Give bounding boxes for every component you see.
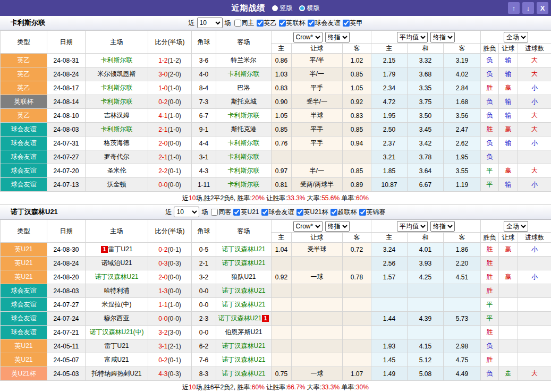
subcol-avg-home: 主	[371, 44, 408, 54]
odds-away-cell	[343, 284, 371, 298]
league-filter-checkbox-item[interactable]: 英U21	[233, 208, 259, 217]
league-filter-checkbox-item[interactable]: 球会友谊	[261, 208, 294, 217]
col-header-away: 客场	[216, 220, 272, 243]
team-section: 卡利斯尔联 近 10 场 同主 英乙英联杯球会友谊英甲	[0, 16, 551, 205]
recent-results-window: 近期战绩 竖版 横版 ↑ ↓ X 卡利斯尔联 近 10 场	[0, 0, 551, 392]
odds-away-cell	[343, 312, 371, 326]
goals-result-cell: 小	[518, 81, 551, 95]
same-venue-checkbox[interactable]	[211, 209, 218, 216]
fulltime-score: 0-0	[158, 181, 167, 189]
result-cell: 负	[481, 137, 499, 150]
odds-time-select[interactable]: 终指	[325, 221, 350, 232]
team-label: 富咸U21	[104, 356, 129, 363]
same-venue-checkbox-item[interactable]: 同客	[211, 208, 231, 217]
avg-time-select[interactable]: 终指	[430, 32, 455, 42]
score-cell: 2-1(1-0)	[148, 123, 192, 137]
league-checkbox[interactable]	[261, 209, 268, 216]
subcol-odds-home: 主	[272, 233, 292, 243]
league-checkbox[interactable]	[359, 209, 366, 216]
match-row: 球会友谊24-07-21诺丁汉森林U21(中)3-2(3-0)0-0伯恩茅斯U2…	[1, 326, 551, 339]
avg-home-cell: 1.79	[371, 67, 408, 81]
score-cell: 4-3(0-3)	[148, 367, 192, 381]
score-cell: 1-1(1-0)	[148, 298, 192, 312]
league-checkbox[interactable]	[257, 20, 264, 27]
match-row: 球会友谊24-07-31格茨海德2-0(0-0)4-4卡利斯尔联0.76平手0.…	[1, 137, 551, 150]
match-count-select[interactable]: 10	[174, 207, 199, 217]
avg-away-cell: 4.51	[444, 270, 481, 284]
corner-cell: 7-6	[192, 353, 216, 367]
avg-time-select[interactable]: 终指	[430, 221, 455, 232]
league-checkbox[interactable]	[330, 209, 337, 216]
league-filter-checkbox-item[interactable]: 英U21杯	[296, 208, 328, 217]
avg-home-cell: 10.87	[371, 178, 408, 192]
league-type-cell: 英乙	[1, 81, 47, 95]
match-row: 球会友谊24-08-03卡利斯尔联2-1(1-0)9-1斯托克港0.85平手0.…	[1, 123, 551, 137]
league-checkbox[interactable]	[233, 209, 240, 216]
odds-home-cell: 1.04	[272, 243, 292, 257]
team-name: 卡利斯尔联	[11, 18, 45, 28]
subcol-handicap-result: 让球	[499, 44, 518, 54]
odds-source-select[interactable]: Crow*	[293, 221, 323, 232]
odds-home-cell: 0.81	[272, 178, 292, 192]
handicap-cell: 受半/一	[292, 95, 343, 109]
result-scope-select[interactable]: 全场	[504, 221, 528, 232]
avg-home-cell: 2.15	[371, 54, 408, 67]
odds-home-cell: 0.83	[272, 81, 292, 95]
halftime-score: (1-0)	[168, 84, 181, 92]
result-scope-select[interactable]: 全场	[504, 32, 528, 42]
corner-cell: 0-0	[192, 326, 216, 339]
fulltime-score: 1-2	[158, 57, 167, 64]
avg-source-select[interactable]: 平均值	[397, 32, 428, 42]
odds-home-cell: 1.03	[272, 67, 292, 81]
same-venue-checkbox[interactable]	[234, 20, 241, 27]
away-team-cell: 伯恩茅斯U21	[216, 326, 272, 339]
league-filter-checkbox-item[interactable]: 球会友谊	[308, 19, 341, 28]
league-checkbox[interactable]	[343, 20, 350, 27]
avg-source-select[interactable]: 平均值	[397, 221, 428, 232]
handicap-result-cell: 赢	[499, 81, 518, 95]
league-filter-checkbox-item[interactable]: 英乙	[257, 19, 277, 28]
view-mode-radio-horizontal[interactable]: 横版	[299, 4, 320, 13]
goals-result-cell: 大	[518, 123, 551, 137]
home-team-cell: 吉林汉姆	[86, 109, 148, 123]
move-up-button[interactable]: ↑	[508, 2, 520, 14]
league-filter-checkbox-item[interactable]: 超联杯	[330, 208, 357, 217]
league-type-cell: 英联杯	[1, 95, 47, 109]
avg-draw-cell	[408, 298, 444, 312]
team-label: 卡利斯尔联	[228, 70, 260, 78]
league-filter-checkbox-item[interactable]: 英甲	[343, 19, 363, 28]
team-label: 雷丁U21	[108, 245, 133, 253]
team-filter-row: 卡利斯尔联 近 10 场 同主 英乙英联杯球会友谊英甲	[0, 16, 551, 30]
corner-cell: 6-2	[192, 339, 216, 353]
halftime-score: (0-1)	[168, 167, 181, 175]
halftime-score: (1-2)	[168, 57, 181, 64]
close-button[interactable]: X	[537, 2, 548, 14]
odds-home-cell	[272, 298, 292, 312]
handicap-result-cell: 输	[499, 178, 518, 192]
result-cell: 负	[481, 54, 499, 67]
fulltime-score: 0-2	[158, 356, 167, 364]
goals-result-cell	[518, 284, 551, 298]
move-down-button[interactable]: ↓	[522, 2, 534, 14]
avg-away-cell: 3.56	[444, 109, 481, 123]
avg-away-cell: 2.62	[444, 137, 481, 150]
team-label: 米涅拉(中)	[102, 301, 132, 308]
league-checkbox[interactable]	[308, 20, 315, 27]
view-mode-radio-vertical[interactable]: 竖版	[272, 4, 293, 13]
goals-result-cell: 小	[518, 178, 551, 192]
league-checkbox[interactable]	[279, 20, 286, 27]
match-count-select[interactable]: 10	[197, 18, 223, 28]
team-name: 诺丁汉森林U21	[11, 207, 58, 217]
team-label: 诺丁汉森林U21	[95, 273, 138, 280]
odds-time-select[interactable]: 终指	[325, 32, 350, 42]
same-venue-checkbox-item[interactable]: 同主	[234, 19, 255, 28]
odds-source-select[interactable]: Crow*	[293, 32, 323, 42]
league-filter-checkbox-item[interactable]: 英联杯	[279, 19, 306, 28]
team-label: 伯恩茅斯U21	[225, 328, 262, 336]
goals-result-cell: 大	[518, 367, 551, 381]
date-cell: 24-05-03	[47, 367, 86, 381]
league-filter-checkbox-item[interactable]: 英锦赛	[359, 208, 386, 217]
league-checkbox[interactable]	[296, 209, 303, 216]
avg-home-cell: 2.37	[371, 137, 408, 150]
match-row: 英U2124-08-24诺域治U210-3(0-3)2-1诺丁汉森林U212.5…	[1, 257, 551, 270]
